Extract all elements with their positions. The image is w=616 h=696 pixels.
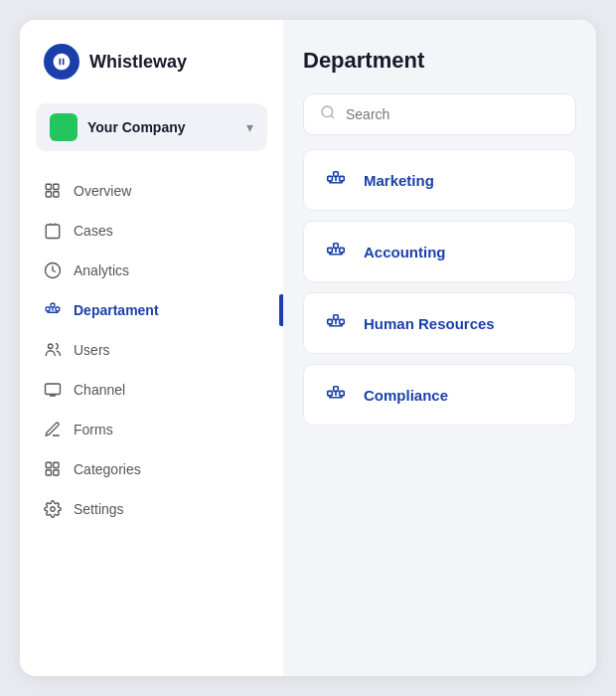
svg-rect-6: [51, 303, 55, 307]
company-color-dot: [50, 113, 77, 141]
dept-icon-hr: [322, 309, 350, 337]
sidebar-item-department[interactable]: Departament: [28, 290, 275, 330]
sidebar-item-label: Users: [74, 342, 110, 358]
svg-rect-17: [334, 172, 339, 177]
search-box[interactable]: [303, 93, 576, 135]
sidebar-item-label: Departament: [74, 302, 159, 318]
svg-rect-11: [54, 462, 59, 467]
overview-icon: [44, 182, 62, 200]
sidebar-item-label: Settings: [74, 501, 124, 517]
dept-item-compliance[interactable]: Compliance: [303, 364, 576, 426]
svg-rect-5: [46, 307, 50, 311]
dept-icon-compliance: [322, 381, 350, 409]
svg-rect-1: [46, 192, 51, 197]
department-icon: [44, 301, 62, 319]
svg-point-8: [49, 344, 54, 349]
logo-area: Whistleway: [20, 44, 283, 103]
search-input[interactable]: [346, 106, 559, 122]
settings-icon: [44, 500, 62, 518]
svg-point-14: [51, 507, 56, 512]
categories-icon: [44, 460, 62, 478]
sidebar: Whistleway Your Company ▾ Overview: [20, 20, 283, 676]
channel-icon: [44, 381, 62, 399]
company-name: Your Company: [87, 119, 236, 135]
svg-rect-25: [328, 391, 333, 396]
dept-item-marketing[interactable]: Marketing: [303, 149, 576, 211]
dept-item-hr[interactable]: Human Resources: [303, 292, 576, 354]
sidebar-item-overview[interactable]: Overview: [28, 171, 275, 211]
svg-rect-9: [46, 384, 61, 395]
sidebar-item-analytics[interactable]: Analytics: [28, 251, 275, 290]
app-title: Whistleway: [89, 52, 187, 73]
chevron-down-icon: ▾: [246, 119, 253, 135]
sidebar-item-label: Cases: [74, 223, 113, 239]
cases-icon: [44, 222, 62, 240]
svg-rect-20: [334, 244, 339, 249]
users-icon: [44, 341, 62, 359]
svg-rect-7: [56, 307, 60, 311]
svg-rect-23: [334, 315, 339, 320]
nav-list: Overview Cases: [20, 171, 283, 652]
svg-rect-19: [328, 248, 333, 253]
dept-icon-accounting: [322, 238, 350, 265]
app-logo-icon: [44, 44, 79, 80]
sidebar-item-users[interactable]: Users: [28, 330, 275, 370]
sidebar-item-label: Forms: [74, 422, 113, 437]
content-area: Department: [283, 20, 596, 676]
sidebar-item-label: Categories: [74, 461, 141, 477]
sidebar-item-label: Analytics: [74, 262, 129, 278]
dept-name: Human Resources: [364, 315, 495, 332]
svg-rect-0: [46, 184, 51, 189]
svg-rect-21: [340, 248, 345, 253]
dept-name: Accounting: [364, 244, 446, 261]
page-title: Department: [303, 48, 576, 74]
svg-rect-24: [340, 319, 345, 324]
svg-rect-26: [334, 387, 339, 392]
sidebar-item-forms[interactable]: Forms: [28, 410, 275, 449]
sidebar-item-label: Channel: [74, 382, 125, 398]
svg-rect-2: [54, 184, 59, 189]
svg-rect-18: [340, 176, 345, 181]
sidebar-item-categories[interactable]: Categories: [28, 449, 275, 489]
company-selector[interactable]: Your Company ▾: [36, 103, 267, 151]
search-icon: [320, 104, 336, 124]
svg-rect-27: [340, 391, 345, 396]
analytics-icon: [44, 261, 62, 279]
svg-rect-3: [54, 192, 59, 197]
svg-point-15: [322, 106, 333, 117]
forms-icon: [44, 421, 62, 438]
svg-rect-12: [46, 470, 51, 475]
sidebar-item-label: Overview: [74, 183, 131, 199]
sidebar-item-cases[interactable]: Cases: [28, 211, 275, 251]
department-list: Marketing Accounting: [303, 149, 576, 426]
svg-rect-16: [328, 176, 333, 181]
main-card: Whistleway Your Company ▾ Overview: [20, 20, 596, 676]
dept-name: Compliance: [364, 387, 448, 404]
svg-rect-10: [46, 462, 51, 467]
sidebar-item-settings[interactable]: Settings: [28, 489, 275, 529]
sidebar-item-channel[interactable]: Channel: [28, 370, 275, 410]
dept-item-accounting[interactable]: Accounting: [303, 221, 576, 282]
app-container: Whistleway Your Company ▾ Overview: [0, 0, 616, 696]
svg-rect-22: [328, 319, 333, 324]
dept-icon-marketing: [322, 166, 350, 194]
svg-rect-13: [54, 470, 59, 475]
dept-name: Marketing: [364, 172, 434, 189]
